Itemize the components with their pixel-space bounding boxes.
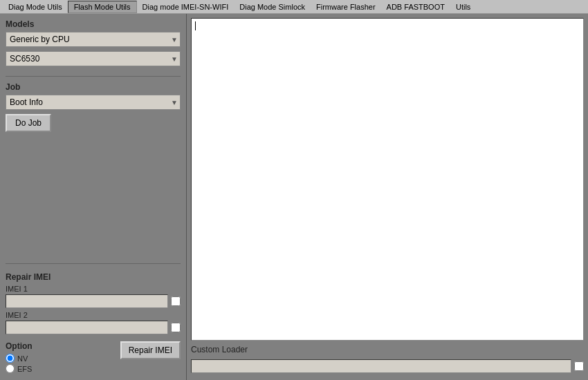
option-label: Option [6,341,33,351]
menubar-adb-fastboot[interactable]: ADB FASTBOOT [381,1,450,12]
radio-efs-row: EFS [6,364,33,373]
repair-imei-title: Repair IMEI [6,272,181,282]
menubar-diag-simlock[interactable]: Diag Mode Simlock [234,1,311,12]
do-job-button[interactable]: Do Job [6,114,51,132]
menubar-firmware-flasher[interactable]: Firmware Flasher [311,1,381,12]
option-repair-row: Option NV EFS Repair IMEI [6,337,181,374]
imei1-input[interactable] [6,294,168,308]
imei2-label: IMEI 2 [6,311,181,319]
output-area[interactable] [191,18,584,341]
menubar-flash-mode-utils[interactable]: Flash Mode Utils [68,1,137,13]
model-select[interactable]: Generic by CPU Option 2 [6,32,181,47]
model-select-wrapper: Generic by CPU Option 2 ▼ [6,32,181,47]
repair-imei-button[interactable]: Repair IMEI [120,341,181,359]
option-section: Option NV EFS [6,341,33,374]
job-select-wrapper: Boot Info Read Info Format ▼ [6,95,181,110]
divider-2 [6,263,181,264]
imei2-row [6,321,181,334]
imei2-input[interactable] [6,321,168,334]
right-panel: Custom Loader [187,14,588,380]
custom-loader-container: Custom Loader [191,345,584,376]
menubar-utils[interactable]: Utils [450,1,476,12]
job-label: Job [6,82,181,92]
custom-loader-checkbox[interactable] [574,361,584,371]
imei2-checkbox[interactable] [171,323,181,332]
radio-nv-label: NV [17,354,28,363]
radio-efs-label: EFS [17,365,32,373]
job-section: Job Boot Info Read Info Format ▼ Do Job [6,82,181,132]
imei2-group: IMEI 2 [6,311,181,334]
menubar: Diag Mode Utils Flash Mode Utils Diag mo… [0,0,588,14]
job-select[interactable]: Boot Info Read Info Format [6,95,181,110]
radio-efs[interactable] [6,364,15,373]
radio-nv[interactable] [6,354,15,363]
imei1-checkbox[interactable] [171,296,181,306]
radio-nv-row: NV [6,354,33,363]
divider-1 [6,76,181,77]
sub-model-select-wrapper: SC6530 SC6531 SC6532 ▼ [6,51,181,66]
custom-loader-label: Custom Loader [191,345,584,354]
left-panel: Models Generic by CPU Option 2 ▼ SC6530 … [0,14,187,380]
sub-model-select[interactable]: SC6530 SC6531 SC6532 [6,51,181,66]
menubar-diag-imei-sn-wifi[interactable]: Diag mode IMEI-SN-WIFI [137,1,235,12]
imei1-group: IMEI 1 [6,285,181,308]
custom-loader-row [191,357,584,376]
custom-loader-input[interactable] [191,359,571,373]
menubar-diag-mode-utils[interactable]: Diag Mode Utils [3,1,68,12]
imei1-row [6,294,181,308]
imei1-label: IMEI 1 [6,285,181,293]
main-layout: Models Generic by CPU Option 2 ▼ SC6530 … [0,14,588,380]
models-label: Models [6,19,181,29]
repair-imei-section: Repair IMEI IMEI 1 IMEI 2 Option [6,272,181,374]
spacer [6,137,181,258]
